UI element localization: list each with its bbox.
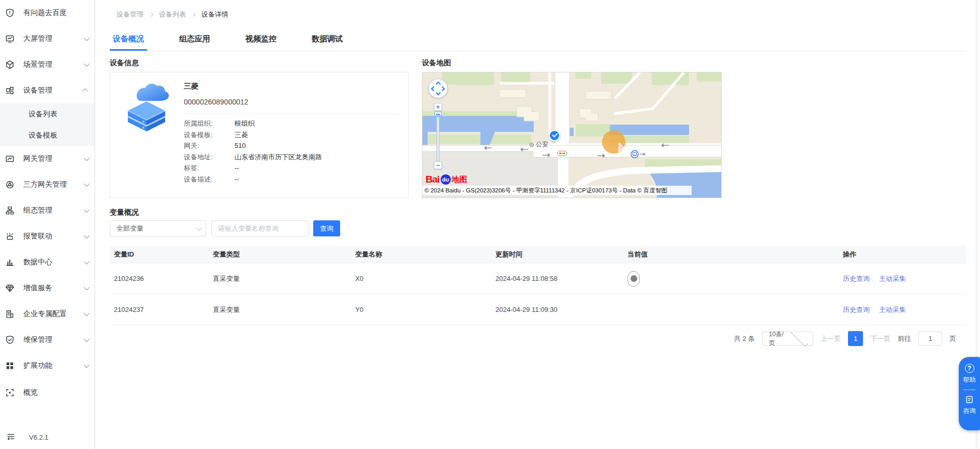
current-page-button[interactable]: 1: [848, 331, 863, 346]
help-button[interactable]: ? 帮助: [963, 364, 976, 384]
shield-check-icon: [5, 335, 15, 345]
click-indicator: [602, 130, 625, 154]
pan-up-icon[interactable]: [436, 82, 441, 87]
sidebar-item-label: 组态管理: [23, 206, 84, 215]
field-label: 设备模板:: [184, 131, 235, 138]
shield-icon: [5, 8, 15, 18]
sidebar-item-data-center[interactable]: 数据中心: [0, 249, 94, 275]
col-header-value: 当前值: [627, 250, 843, 259]
query-button[interactable]: 查询: [313, 220, 340, 236]
sidebar-item-label: 网关管理: [23, 154, 84, 163]
sidebar-item-device-list[interactable]: 设备列表: [0, 103, 94, 125]
manual-collect-link[interactable]: 主动采集: [879, 305, 906, 315]
variable-type-select[interactable]: 全部变量: [110, 220, 206, 236]
tab-device-overview[interactable]: 设备概况: [110, 31, 147, 51]
baidu-map-logo: Bai du 地图: [426, 173, 467, 186]
cube-icon: [5, 59, 15, 70]
chevron-down-icon: [84, 181, 90, 187]
device-fields: 所属组织:根组织 设备模板:三菱 网关:510 设备地址:山东省济南市历下区龙奥…: [184, 120, 399, 183]
map-copyright: © 2024 Baidu - GS(2023)3206号 - 甲测资字11111…: [422, 186, 692, 195]
goto-page-input[interactable]: [918, 332, 942, 346]
question-icon: ?: [965, 364, 974, 373]
sidebar-item-alarm-linkage[interactable]: 报警联动: [0, 223, 94, 249]
history-query-link[interactable]: 历史查询: [843, 274, 870, 283]
manual-collect-link[interactable]: 主动采集: [879, 274, 906, 283]
sidebar-item-screen-mgmt[interactable]: 大屏管理: [0, 26, 94, 52]
breadcrumb-separator-icon: [149, 12, 153, 17]
sidebar-item-device-mgmt[interactable]: 设备管理: [0, 78, 94, 103]
gem-icon: [5, 283, 15, 293]
field-label: 网关:: [184, 142, 235, 149]
map-pan-control[interactable]: [428, 79, 448, 98]
breadcrumb-item[interactable]: 设备管理: [116, 10, 143, 19]
sidebar-item-baidu-help[interactable]: 有问题去百度: [0, 0, 94, 26]
floating-help-widget: ? 帮助 咨询: [959, 357, 980, 430]
sidebar-item-config-mgmt[interactable]: 组态管理: [0, 198, 94, 223]
device-info-details: 三菱 0000026089000012 所属组织:根组织 设备模板:三菱 网关:…: [184, 79, 399, 191]
map-zoom-slider-track[interactable]: [436, 116, 440, 161]
device-info-title: 设备信息: [110, 58, 139, 68]
map-zoom-slider-handle[interactable]: [434, 112, 442, 116]
sidebar-item-extensions[interactable]: 扩展功能: [0, 353, 94, 379]
field-label: 设备地址:: [184, 154, 235, 160]
field-label: 标签:: [184, 164, 235, 171]
prev-page-button[interactable]: 上一页: [821, 334, 841, 343]
pan-down-icon[interactable]: [436, 91, 441, 96]
variables-title: 变量概况: [110, 208, 139, 217]
page-size-select[interactable]: 10条/页: [762, 332, 813, 346]
tab-bar: 设备概况 组态应用 视频监控 数据调试: [110, 31, 967, 51]
sidebar-item-device-template[interactable]: 设备模板: [0, 125, 94, 146]
tab-config-app[interactable]: 组态应用: [176, 31, 213, 51]
bar-chart-icon: [5, 257, 15, 267]
sidebar-item-label: 数据中心: [23, 258, 84, 267]
sidebar-item-value-added[interactable]: 增值服务: [0, 275, 94, 301]
device-info-card: 三菱 0000026089000012 所属组织:根组织 设备模板:三菱 网关:…: [110, 72, 409, 198]
collapse-icon[interactable]: [6, 432, 16, 443]
sidebar-item-scene-mgmt[interactable]: 场景管理: [0, 52, 94, 78]
breadcrumb-item[interactable]: 设备列表: [159, 10, 186, 19]
tab-video-monitor[interactable]: 视频监控: [242, 31, 280, 51]
chevron-down-icon: [84, 233, 90, 238]
sidebar-item-label: 三方网关管理: [23, 180, 84, 189]
sidebar-item-thirdparty-gateway[interactable]: 三方网关管理: [0, 172, 94, 198]
breadcrumb-current: 设备详情: [201, 10, 228, 19]
variable-search-input[interactable]: [211, 220, 309, 236]
page-size-value: 10条/页: [769, 330, 788, 348]
baidu-logo-bai: Bai: [426, 174, 440, 185]
map-zoom-out-button[interactable]: −: [434, 161, 442, 169]
sidebar-submenu-device: 设备列表 设备模板: [0, 103, 94, 146]
overview-icon: [5, 387, 15, 398]
device-image: [118, 79, 175, 139]
sidebar-footer: V6.2.1: [0, 428, 94, 446]
field-value: 山东省济南市历下区龙奥南路: [235, 154, 322, 160]
goto-label: 前往: [898, 334, 911, 343]
sidebar-item-enterprise-config[interactable]: 企业专属配置: [0, 301, 94, 327]
pan-right-icon[interactable]: [440, 86, 445, 92]
cell-variable-id: 21024237: [114, 306, 213, 313]
pan-left-icon[interactable]: [431, 86, 436, 92]
sidebar-item-label: 增值服务: [23, 283, 84, 293]
cell-variable-name: X0: [355, 275, 495, 282]
table-header-row: 变量ID 变量类型 变量名称 更新时间 当前值 操作: [110, 246, 967, 263]
baidu-logo-map: 地图: [452, 175, 467, 185]
tab-data-debug[interactable]: 数据调试: [309, 31, 346, 51]
value-toggle-off[interactable]: [627, 271, 640, 287]
help-label: 帮助: [963, 376, 976, 384]
sidebar-item-label: 企业专属配置: [23, 309, 84, 319]
map-zoom-in-button[interactable]: +: [434, 103, 442, 111]
device-location-marker[interactable]: [549, 130, 560, 141]
sidebar-item-overview[interactable]: 概览: [0, 380, 94, 406]
sidebar-item-maintenance-mgmt[interactable]: 维保管理: [0, 327, 94, 353]
version-label: V6.2.1: [29, 433, 49, 441]
device-name: 三菱: [184, 82, 399, 91]
consult-label: 咨询: [963, 407, 976, 415]
chevron-down-icon: [791, 329, 808, 346]
sidebar-item-gateway-mgmt[interactable]: 网关管理: [0, 146, 94, 172]
device-grid-icon: [5, 85, 15, 96]
chevron-down-icon: [84, 155, 90, 161]
device-map[interactable]: + − 公安 Bai du 地图 © 2024 Baidu - GS(2023)…: [422, 72, 722, 198]
app-root: 有问题去百度 大屏管理 场景管理 设备管理 设备列表: [0, 0, 980, 449]
history-query-link[interactable]: 历史查询: [843, 305, 870, 315]
consult-button[interactable]: 咨询: [963, 395, 976, 415]
next-page-button[interactable]: 下一页: [870, 334, 890, 343]
